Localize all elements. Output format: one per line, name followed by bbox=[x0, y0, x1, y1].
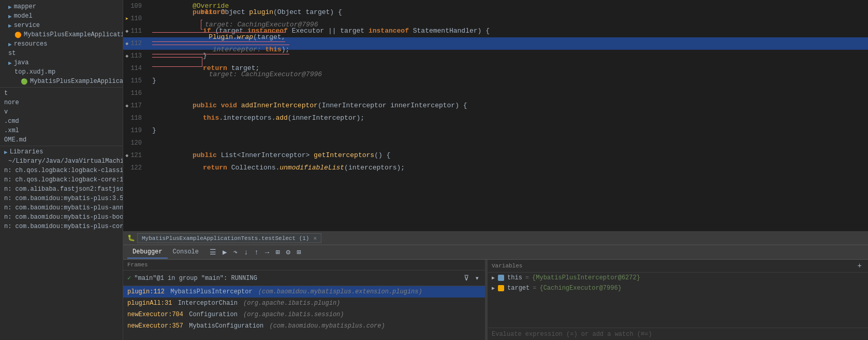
sidebar-item-label: ~/Library/Java/JavaVirtualMachines/jdk1 bbox=[8, 158, 123, 165]
filter-btn[interactable]: ⊽ bbox=[462, 273, 470, 284]
variables-label: Variables bbox=[492, 263, 522, 269]
sidebar-item-model[interactable]: ▶ model bbox=[0, 11, 123, 21]
sidebar-item-nore[interactable]: nore bbox=[0, 98, 123, 107]
line-number-115: 115 bbox=[123, 77, 148, 84]
close-icon[interactable]: ✕ bbox=[313, 235, 317, 242]
diamond-icon: ◆ bbox=[125, 28, 128, 34]
run-to-cursor-btn[interactable]: → bbox=[263, 247, 271, 258]
sidebar-item-logback-core[interactable]: n: ch.qos.logback:logback-core:1.2.11 bbox=[0, 175, 123, 185]
sidebar-item-cmd[interactable]: .cmd bbox=[0, 117, 123, 126]
sidebar-item-label: n: com.alibaba.fastjson2:fastjson2:2.0.2… bbox=[4, 186, 123, 193]
sidebar-item-label: n: ch.qos.logback:logback-classic:1.2.11 bbox=[4, 167, 123, 174]
line-number-114: 114 bbox=[123, 65, 148, 72]
code-editor[interactable]: 109 @Override ➤ 110 public Object plugin… bbox=[123, 0, 868, 231]
sidebar-item-v[interactable]: v bbox=[0, 107, 123, 117]
tab-debugger[interactable]: Debugger bbox=[127, 246, 168, 259]
sidebar-item-jdk[interactable]: ~/Library/Java/JavaVirtualMachines/jdk1 bbox=[0, 157, 123, 166]
frame-class: (org.apache.ibatis.session) bbox=[243, 311, 344, 318]
sidebar-item-label: n: com.baomidou:mybatis-plus-core:3.5. bbox=[4, 223, 123, 230]
frame-item-0[interactable]: plugin:112 MybatisPlusInterceptor (com.b… bbox=[123, 286, 485, 298]
expand-icon[interactable]: ▶ bbox=[492, 285, 495, 291]
sidebar-item-label: service bbox=[14, 22, 40, 29]
var-name-this: this bbox=[507, 274, 522, 281]
sidebar-item-mybatis-anno[interactable]: n: com.baomidou:mybatis-plus-annotatio bbox=[0, 203, 123, 212]
expand-icon[interactable]: ▶ bbox=[492, 275, 495, 281]
diamond-icon: ◆ bbox=[125, 103, 128, 109]
frame-item-1[interactable]: pluginAll:31 InterceptorChain (org.apach… bbox=[123, 298, 485, 309]
frame-class: (com.baomidou.mybatisplus.core) bbox=[269, 322, 385, 330]
sidebar-item-label: resources bbox=[14, 40, 48, 48]
sidebar-item-label: Libraries bbox=[10, 148, 43, 155]
debug-icon: 🐛 bbox=[127, 234, 135, 242]
sidebar-item-mybatis-boot[interactable]: n: com.baomidou:mybatis-plus-boot-sta bbox=[0, 212, 123, 222]
line-num-text: 114 bbox=[130, 65, 142, 72]
code-line-112[interactable]: ◆ 112 return Plugin.wrap(target, interce… bbox=[123, 37, 868, 50]
running-label: "main"@1 in group "main": RUNNING bbox=[134, 275, 257, 282]
code-line-122[interactable]: 122 return Collections.unmodifiableList(… bbox=[123, 162, 868, 174]
line-num-text: 122 bbox=[130, 164, 142, 172]
var-value-this: {MybatisPlusInterceptor@6272} bbox=[532, 274, 640, 281]
var-gold-icon bbox=[498, 285, 504, 291]
code-line-115[interactable]: 115 } bbox=[123, 75, 868, 87]
tab-console[interactable]: Console bbox=[168, 246, 204, 259]
resume-btn[interactable]: ▶ bbox=[221, 247, 228, 258]
code-lines: 109 @Override ➤ 110 public Object plugin… bbox=[123, 0, 868, 231]
sidebar-item-application[interactable]: 🟠 MybatisPlusExampleApplication bbox=[0, 30, 123, 39]
debug-session-tab[interactable]: MybatisPlusExampleApplicationTests.testS… bbox=[137, 233, 321, 243]
frame-name: plugin:112 bbox=[127, 288, 165, 295]
sidebar-item-apptest[interactable]: 🟢 MybatisPlusExampleApplicationTes bbox=[0, 77, 123, 86]
line-num-text: 111 bbox=[130, 27, 142, 35]
line-number-119: 119 bbox=[123, 127, 148, 134]
folder-icon: ▶ bbox=[8, 41, 12, 48]
restore-frames-btn[interactable]: ☰ bbox=[208, 247, 218, 258]
sidebar-item-label: st bbox=[8, 50, 16, 57]
code-line-114[interactable]: 114 return target; bbox=[123, 62, 868, 75]
sidebar-item-xml[interactable]: .xml bbox=[0, 126, 123, 135]
var-item-target[interactable]: ▶ target = {CachingExecutor@7996} bbox=[488, 283, 868, 293]
expand-btn[interactable]: ▾ bbox=[474, 273, 481, 284]
frame-item-2[interactable]: newExecutor:704 Configuration (org.apach… bbox=[123, 309, 485, 320]
sidebar: ▶ mapper ▶ model ▶ service 🟠 MybatisPlus… bbox=[0, 0, 123, 340]
line-num-text: 116 bbox=[130, 90, 142, 97]
code-line-118[interactable]: 118 this.interceptors.add(innerIntercept… bbox=[123, 112, 868, 124]
sidebar-item-logback-classic[interactable]: n: ch.qos.logback:logback-classic:1.2.11 bbox=[0, 166, 123, 175]
sidebar-item-mybatis-plus[interactable]: n: com.baomidou:mybatis-plus:3.5.1 bbox=[0, 194, 123, 203]
layout-btn[interactable]: ⊞ bbox=[295, 247, 302, 258]
sidebar-item-omemd[interactable]: OME.md bbox=[0, 135, 123, 145]
line-number-116: 116 bbox=[123, 90, 148, 97]
sidebar-item-fastjson[interactable]: n: com.alibaba.fastjson2:fastjson2:2.0.2… bbox=[0, 185, 123, 194]
diamond-icon: ◆ bbox=[125, 53, 128, 59]
sidebar-item-label: t bbox=[4, 90, 8, 97]
sidebar-item-topxudj[interactable]: top.xudj.mp bbox=[0, 67, 123, 77]
code-line-119[interactable]: 119 } bbox=[123, 124, 868, 137]
sidebar-item-label: top.xudj.mp bbox=[14, 68, 55, 76]
diamond-icon: ◆ bbox=[125, 152, 128, 159]
eval-area[interactable]: Evaluate expression (=) or add a watch (… bbox=[488, 328, 868, 340]
frame-item-3[interactable]: newExecutor:357 MybatisConfiguration (co… bbox=[123, 320, 485, 332]
debug-panel: 🐛 MybatisPlusExampleApplicationTests.tes… bbox=[123, 231, 868, 340]
sidebar-item-service[interactable]: ▶ service bbox=[0, 21, 123, 30]
sidebar-item-resources[interactable]: ▶ resources bbox=[0, 39, 123, 49]
add-watch-button[interactable]: + bbox=[856, 262, 864, 270]
diamond-icon: ◆ bbox=[125, 40, 128, 47]
sidebar-item-st[interactable]: st bbox=[0, 49, 123, 58]
step-into-btn[interactable]: ↓ bbox=[242, 247, 249, 258]
step-over-btn[interactable]: ↷ bbox=[231, 247, 239, 258]
sidebar-item-t[interactable]: t bbox=[0, 89, 123, 98]
evaluate-btn[interactable]: ⊞ bbox=[274, 247, 281, 258]
sidebar-item-libraries[interactable]: ▶ Libraries bbox=[0, 147, 123, 157]
sidebar-item-label: n: com.baomidou:mybatis-plus:3.5.1 bbox=[4, 195, 123, 202]
folder-icon: ▶ bbox=[8, 13, 12, 20]
sidebar-item-java[interactable]: ▶ java bbox=[0, 58, 123, 67]
line-num-text: 113 bbox=[130, 52, 142, 60]
settings-btn[interactable]: ⚙ bbox=[285, 247, 292, 258]
folder-icon: ▶ bbox=[8, 60, 12, 66]
sidebar-item-mapper[interactable]: ▶ mapper bbox=[0, 2, 123, 11]
var-item-this[interactable]: ▶ this = {MybatisPlusInterceptor@6272} bbox=[488, 273, 868, 283]
line-number-121: ◆ 121 bbox=[123, 152, 148, 159]
sidebar-item-label: n: com.baomidou:mybatis-plus-annotatio bbox=[4, 204, 123, 211]
sidebar-item-mybatis-core[interactable]: n: com.baomidou:mybatis-plus-core:3.5. bbox=[0, 222, 123, 231]
arrow-icon: ➤ bbox=[125, 16, 129, 22]
step-out-btn[interactable]: ↑ bbox=[253, 247, 260, 258]
var-value-target: {CachingExecutor@7996} bbox=[539, 285, 621, 292]
